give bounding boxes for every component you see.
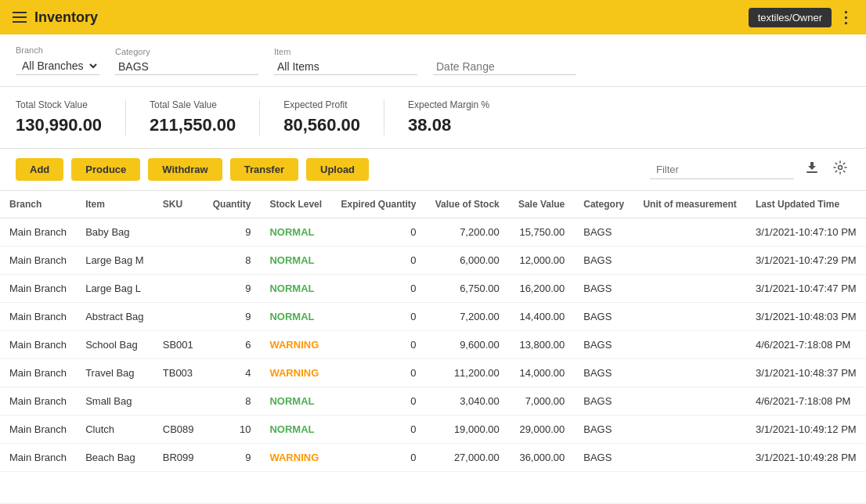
toolbar-right <box>650 159 850 180</box>
cell-sku: SB001 <box>153 331 204 359</box>
cell-branch: Main Branch <box>0 444 76 472</box>
cell-expired-qty: 0 <box>331 247 425 275</box>
category-filter: Category <box>115 47 258 75</box>
cell-category: BAGS <box>574 416 633 444</box>
table-row[interactable]: Main Branch School Bag SB001 6 WARNING 0… <box>0 331 866 359</box>
col-sale-value: Sale Value <box>509 191 575 218</box>
transfer-button[interactable]: Transfer <box>230 158 298 181</box>
summary-expected-margin: Expected Margin % 38.08 <box>408 99 513 135</box>
cell-sale-value: 7,000.00 <box>509 387 575 416</box>
cell-item: Clutch <box>76 416 153 444</box>
summary-total-stock-value: Total Stock Value 130,990.00 <box>16 99 126 135</box>
table-row[interactable]: Main Branch Small Bag 8 NORMAL 0 3,040.0… <box>0 387 866 416</box>
item-filter: Item <box>274 47 417 75</box>
app-title: Inventory <box>34 9 98 26</box>
cell-sale-value: 29,000.00 <box>509 416 575 444</box>
cell-expired-qty: 0 <box>331 331 425 359</box>
category-label: Category <box>115 47 258 56</box>
cell-stock-level: NORMAL <box>260 303 331 331</box>
table-row[interactable]: Main Branch Travel Bag TB003 4 WARNING 0… <box>0 359 866 387</box>
cell-value-of-stock: 11,200.00 <box>426 359 509 387</box>
inventory-table-container: Branch Item SKU Quantity Stock Level Exp… <box>0 191 866 502</box>
table-row[interactable]: Main Branch Clutch CB089 10 NORMAL 0 19,… <box>0 416 866 444</box>
upload-button[interactable]: Upload <box>306 158 369 181</box>
user-badge[interactable]: textiles/Owner <box>749 8 832 27</box>
cell-sale-value: 14,400.00 <box>509 303 575 331</box>
total-sale-value-number: 211,550.00 <box>150 115 236 135</box>
svg-rect-0 <box>806 171 817 173</box>
item-input[interactable] <box>274 59 417 75</box>
produce-button[interactable]: Produce <box>71 158 140 181</box>
download-icon-button[interactable] <box>802 159 822 180</box>
cell-category: BAGS <box>574 387 633 416</box>
cell-stock-level: NORMAL <box>260 416 331 444</box>
hamburger-icon[interactable] <box>13 12 27 23</box>
cell-sku <box>153 218 204 247</box>
cell-quantity: 9 <box>204 444 261 472</box>
col-expired-qty: Expired Quantity <box>331 191 425 218</box>
cell-value-of-stock: 9,600.00 <box>426 331 509 359</box>
cell-quantity: 6 <box>204 331 261 359</box>
header-right: textiles/Owner ⋮ <box>749 8 853 27</box>
table-row[interactable]: Main Branch Beach Bag BR099 9 WARNING 0 … <box>0 444 866 472</box>
cell-sale-value: 36,000.00 <box>509 444 575 472</box>
table-row[interactable]: Main Branch Baby Bag 9 NORMAL 0 7,200.00… <box>0 218 866 247</box>
branch-select[interactable]: All Branches <box>16 57 99 75</box>
withdraw-button[interactable]: Withdraw <box>148 158 222 181</box>
total-stock-value-number: 130,990.00 <box>16 115 102 135</box>
cell-expired-qty: 0 <box>331 218 425 247</box>
cell-category: BAGS <box>574 331 633 359</box>
category-input[interactable] <box>115 59 258 75</box>
add-button[interactable]: Add <box>16 158 63 181</box>
more-icon[interactable]: ⋮ <box>838 8 853 27</box>
cell-sale-value: 13,800.00 <box>509 331 575 359</box>
cell-last-updated: 3/1/2021-10:47:10 PM <box>746 218 866 247</box>
cell-sale-value: 15,750.00 <box>509 218 575 247</box>
total-stock-value-label: Total Stock Value <box>16 99 102 110</box>
cell-branch: Main Branch <box>0 387 76 416</box>
cell-item: Baby Bag <box>76 218 153 247</box>
cell-last-updated: 3/1/2021-10:48:37 PM <box>746 359 866 387</box>
table-row[interactable]: Main Branch Large Bag L 9 NORMAL 0 6,750… <box>0 275 866 303</box>
cell-value-of-stock: 7,200.00 <box>426 303 509 331</box>
table-row[interactable]: Main Branch Abstract Bag 9 NORMAL 0 7,20… <box>0 303 866 331</box>
cell-item: School Bag <box>76 331 153 359</box>
col-branch: Branch <box>0 191 76 218</box>
summary-total-sale-value: Total Sale Value 211,550.00 <box>150 99 260 135</box>
cell-value-of-stock: 27,000.00 <box>426 444 509 472</box>
cell-expired-qty: 0 <box>331 359 425 387</box>
action-toolbar: Add Produce Withdraw Transfer Upload <box>0 149 866 191</box>
cell-item: Small Bag <box>76 387 153 416</box>
filter-search-input[interactable] <box>650 160 794 179</box>
cell-quantity: 8 <box>204 247 261 275</box>
cell-stock-level: NORMAL <box>260 275 331 303</box>
cell-item: Large Bag L <box>76 275 153 303</box>
cell-quantity: 9 <box>204 218 261 247</box>
cell-category: BAGS <box>574 218 633 247</box>
date-range-input[interactable] <box>433 59 576 75</box>
toolbar-left: Add Produce Withdraw Transfer Upload <box>16 158 369 181</box>
table-row[interactable]: Main Branch Large Bag M 8 NORMAL 0 6,000… <box>0 247 866 275</box>
cell-uom <box>633 444 746 472</box>
cell-uom <box>633 303 746 331</box>
branch-label: Branch <box>16 45 99 55</box>
cell-sku: CB089 <box>153 416 204 444</box>
cell-expired-qty: 0 <box>331 387 425 416</box>
cell-uom <box>633 218 746 247</box>
cell-branch: Main Branch <box>0 331 76 359</box>
cell-branch: Main Branch <box>0 416 76 444</box>
cell-value-of-stock: 6,750.00 <box>426 275 509 303</box>
cell-expired-qty: 0 <box>331 303 425 331</box>
cell-sale-value: 12,000.00 <box>509 247 575 275</box>
cell-category: BAGS <box>574 247 633 275</box>
cell-last-updated: 3/1/2021-10:47:47 PM <box>746 275 866 303</box>
settings-icon-button[interactable] <box>830 159 850 180</box>
cell-last-updated: 4/6/2021-7:18:08 PM <box>746 387 866 416</box>
expected-margin-number: 38.08 <box>408 115 489 135</box>
cell-last-updated: 3/1/2021-10:49:28 PM <box>746 444 866 472</box>
cell-last-updated: 3/1/2021-10:47:29 PM <box>746 247 866 275</box>
item-label: Item <box>274 47 417 56</box>
cell-category: BAGS <box>574 275 633 303</box>
cell-quantity: 9 <box>204 303 261 331</box>
cell-uom <box>633 387 746 416</box>
